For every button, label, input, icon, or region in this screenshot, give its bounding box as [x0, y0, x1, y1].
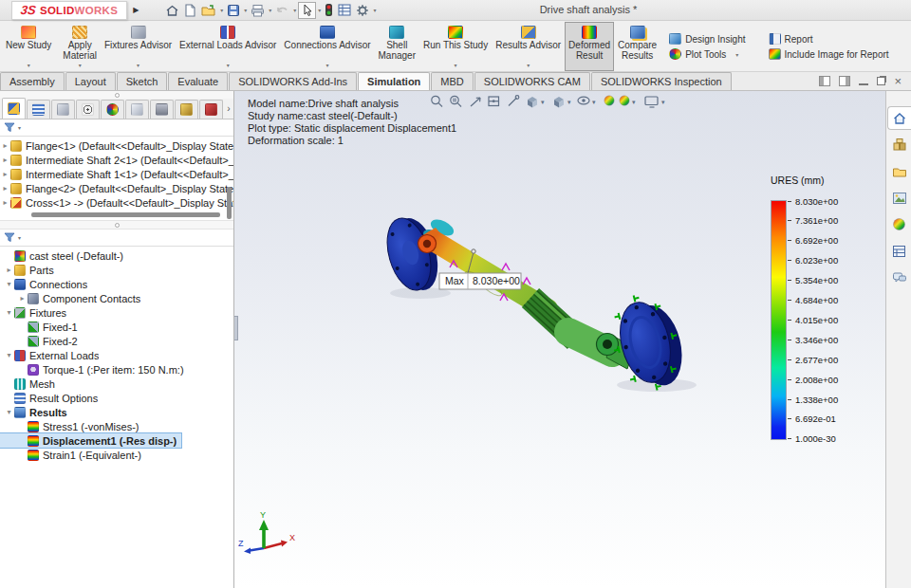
print-button[interactable]: [249, 2, 267, 19]
panel-tabs-overflow-arrow[interactable]: ›: [224, 103, 233, 114]
study-tree-row[interactable]: ▾ Connections: [0, 277, 233, 291]
study-tree-row[interactable]: Fixed-1: [0, 320, 233, 334]
expand-arrow-icon[interactable]: ▾: [4, 280, 14, 288]
open-dropdown-caret[interactable]: ▾: [220, 7, 223, 13]
select-dropdown-caret[interactable]: ▾: [318, 7, 321, 13]
restore-icon[interactable]: [877, 77, 885, 85]
appearances-scenes-tab[interactable]: [887, 212, 911, 236]
undo-dropdown-caret[interactable]: ▾: [293, 7, 296, 13]
expand-arrow-icon[interactable]: ▾: [4, 351, 14, 359]
panel-tab[interactable]: [125, 100, 149, 119]
study-tree-row[interactable]: ▸ Component Contacts: [0, 291, 233, 305]
collapse-right-pane-icon[interactable]: [839, 76, 850, 86]
feature-tree-filter[interactable]: ▾: [0, 119, 233, 137]
ribbon-button[interactable]: Deformed Result: [565, 22, 614, 71]
select-tool-button[interactable]: [298, 2, 316, 19]
study-tree-row[interactable]: ▾ Fixtures: [0, 305, 233, 320]
save-dropdown-caret[interactable]: ▾: [244, 7, 247, 13]
panel-tab[interactable]: [150, 100, 174, 119]
study-tree-row[interactable]: ▾ Results: [0, 405, 233, 419]
study-tree-row[interactable]: ▸ Parts: [0, 263, 233, 277]
ribbon-tab[interactable]: Simulation: [358, 72, 430, 90]
ribbon-button[interactable]: Run This Study ▾: [419, 22, 492, 71]
save-button[interactable]: [225, 2, 242, 19]
study-tree-row[interactable]: cast steel (-Default-): [0, 248, 233, 263]
expand-arrow-icon[interactable]: ▸: [0, 198, 10, 207]
panel-tab[interactable]: [175, 100, 198, 119]
ribbon-tab[interactable]: SOLIDWORKS Add-Ins: [229, 72, 357, 90]
expand-arrow-icon[interactable]: ▾: [4, 308, 14, 317]
expand-arrow-icon[interactable]: ▸: [0, 156, 10, 164]
study-tree-row[interactable]: Fixed-2: [0, 334, 233, 348]
expand-arrow-icon[interactable]: ▸: [0, 184, 10, 193]
panel-tab[interactable]: [27, 100, 50, 119]
feature-tree-row[interactable]: ▸ Flange<2> (Default<<Default>_Display S…: [0, 181, 233, 195]
ribbon-tab[interactable]: SOLIDWORKS CAM: [474, 72, 590, 90]
study-tree-row[interactable]: Strain1 (-Equivalent-): [0, 448, 233, 462]
ribbon-button[interactable]: Apply Material ▾: [59, 22, 101, 71]
feature-tree-row[interactable]: ▸ Intermediate Shaft 2<1> (Default<<Defa…: [0, 153, 233, 167]
tree-horizontal-scrollbar[interactable]: [31, 212, 220, 217]
ribbon-button[interactable]: Compare Results: [614, 22, 660, 71]
expand-arrow-icon[interactable]: ▸: [0, 170, 10, 178]
home-button[interactable]: [163, 2, 181, 19]
logo-flyout-arrow-icon[interactable]: ▶: [133, 6, 139, 14]
interference-check-button[interactable]: [323, 2, 335, 19]
panel-tab[interactable]: [51, 100, 75, 119]
ribbon-tab[interactable]: MBD: [431, 72, 473, 90]
study-tree-row[interactable]: ▾ External Loads: [0, 348, 233, 362]
ribbon-tab[interactable]: SOLIDWORKS Inspection: [591, 72, 732, 90]
custom-properties-tab[interactable]: [887, 239, 911, 263]
expand-arrow-icon[interactable]: ▾: [4, 408, 14, 416]
undo-button[interactable]: [273, 2, 291, 19]
expand-arrow-icon[interactable]: ▸: [17, 294, 28, 303]
ribbon-button[interactable]: Connections Advisor ▾: [280, 22, 374, 71]
forum-tab[interactable]: [887, 266, 911, 289]
tree-vertical-scrollbar[interactable]: [227, 187, 232, 219]
feature-tree-row[interactable]: ▸ Cross<1> -> (Default<<Default>_Display…: [0, 195, 233, 210]
study-tree-row[interactable]: Stress1 (-vonMises-): [0, 419, 233, 433]
panel-tab[interactable]: [76, 100, 100, 119]
new-document-button[interactable]: [182, 2, 198, 19]
ribbon-button[interactable]: Include Image for Report: [769, 48, 899, 60]
study-tree-filter[interactable]: ▾: [0, 230, 233, 247]
study-tree-row[interactable]: Torque-1 (:Per item: 150 N.m:): [0, 362, 233, 377]
ribbon-button[interactable]: Fixtures Advisor ▾: [101, 22, 176, 71]
study-tree-row[interactable]: Mesh: [0, 377, 233, 391]
panel-tab[interactable]: [101, 100, 124, 119]
ribbon-button[interactable]: Results Advisor ▾: [492, 22, 565, 71]
file-explorer-tab[interactable]: [887, 159, 911, 183]
ribbon-button[interactable]: Design Insight: [669, 33, 754, 45]
options-dropdown-caret[interactable]: ▾: [373, 7, 376, 13]
feature-tree-row[interactable]: ▸ Intermediate Shaft 1<1> (Default<<Defa…: [0, 167, 233, 181]
task-pane: [885, 91, 911, 588]
open-button[interactable]: [199, 2, 218, 19]
panel-tab[interactable]: [2, 98, 26, 119]
collapse-left-pane-icon[interactable]: [819, 76, 830, 86]
study-tree-row[interactable]: Displacement1 (-Res disp-): [0, 433, 181, 448]
ribbon-button[interactable]: Report: [769, 33, 899, 45]
panel-tab[interactable]: [199, 100, 223, 119]
ribbon-button[interactable]: Shell Manager: [375, 22, 419, 71]
ribbon-tab[interactable]: Assembly: [0, 72, 65, 90]
graphics-viewport[interactable]: Model name:Drive shaft analysis Study na…: [234, 91, 885, 588]
properties-grid-button[interactable]: [336, 2, 353, 19]
ribbon-tab[interactable]: Evaluate: [168, 72, 228, 90]
expand-arrow-icon[interactable]: ▸: [0, 141, 10, 150]
ribbon-tab[interactable]: Layout: [65, 72, 116, 90]
options-gear-button[interactable]: [354, 2, 371, 19]
ribbon-button[interactable]: External Loads Advisor ▾: [176, 22, 280, 71]
study-tree-row[interactable]: Result Options: [0, 391, 233, 405]
minimize-icon[interactable]: [859, 77, 868, 85]
feature-tree-row[interactable]: ▸ Flange<1> (Default<<Default>_Display S…: [0, 138, 233, 153]
print-dropdown-caret[interactable]: ▾: [269, 7, 271, 13]
close-icon[interactable]: ×: [894, 75, 902, 87]
expand-arrow-icon[interactable]: ▸: [4, 266, 14, 274]
design-library-tab[interactable]: [887, 133, 911, 156]
panel-splitter-middle[interactable]: [0, 220, 233, 230]
ribbon-tab[interactable]: Sketch: [117, 72, 168, 90]
view-palette-tab[interactable]: [887, 186, 911, 210]
ribbon-button[interactable]: Plot Tools ▾: [669, 48, 754, 60]
ribbon-button[interactable]: New Study ▾: [2, 22, 55, 71]
home-tab[interactable]: [887, 106, 911, 130]
